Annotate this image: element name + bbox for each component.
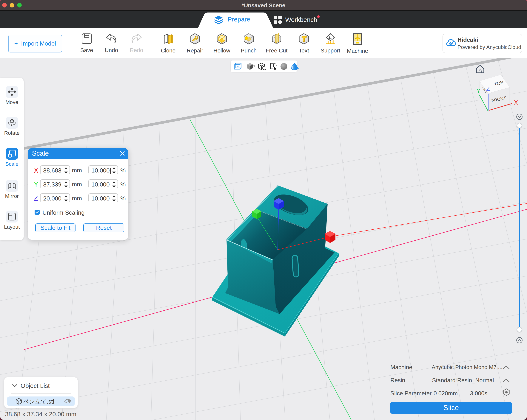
svg-text:Z: Z bbox=[486, 85, 490, 92]
svg-text:Y: Y bbox=[476, 87, 481, 94]
svg-text:X: X bbox=[514, 99, 518, 106]
